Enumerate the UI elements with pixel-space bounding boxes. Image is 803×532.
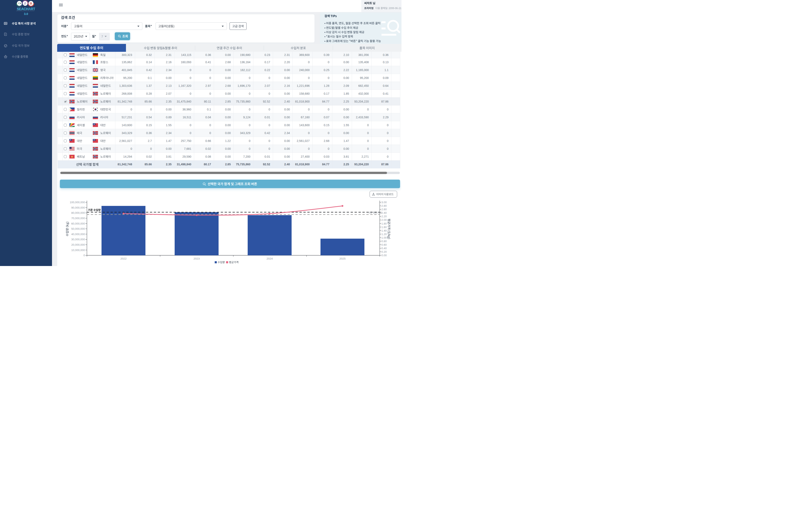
svg-text:2023: 2023 — [193, 257, 200, 260]
svg-text:40,000,000: 40,000,000 — [71, 233, 85, 236]
svg-text:0.00: 0.00 — [381, 254, 387, 257]
svg-text:0: 0 — [83, 254, 85, 257]
svg-text:0.40: 0.40 — [381, 247, 387, 250]
svg-text:0.80: 0.80 — [381, 240, 387, 243]
svg-text:2.20: 2.20 — [381, 215, 387, 218]
svg-text:70,000,000: 70,000,000 — [71, 217, 85, 220]
svg-text:80,000,000: 80,000,000 — [71, 211, 85, 214]
svg-text:1.60: 1.60 — [381, 226, 387, 229]
svg-text:2022: 2022 — [120, 257, 127, 260]
svg-text:10,000,000: 10,000,000 — [71, 249, 85, 252]
svg-text:2024: 2024 — [266, 257, 273, 260]
svg-text:3.00: 3.00 — [381, 201, 387, 204]
svg-text:30,000,000: 30,000,000 — [71, 238, 85, 241]
svg-text:1.80: 1.80 — [381, 222, 387, 225]
svg-text:0.60: 0.60 — [381, 243, 387, 246]
svg-text:2.00: 2.00 — [381, 218, 387, 222]
svg-text:1.20: 1.20 — [381, 233, 387, 236]
svg-text:1.40: 1.40 — [381, 229, 387, 232]
svg-text:1.00: 1.00 — [381, 236, 387, 239]
svg-text:20,000,000: 20,000,000 — [71, 243, 85, 246]
svg-text:2025: 2025 — [339, 257, 346, 260]
svg-text:60,000,000: 60,000,000 — [71, 222, 85, 225]
svg-text:90,000,000: 90,000,000 — [71, 206, 85, 209]
svg-text:0.20: 0.20 — [381, 250, 387, 253]
svg-text:2.80: 2.80 — [381, 204, 387, 207]
svg-text:2.60: 2.60 — [381, 208, 387, 211]
svg-text:2.40: 2.40 — [381, 211, 387, 214]
svg-text:100,000,000: 100,000,000 — [70, 201, 85, 204]
svg-text:50,000,000: 50,000,000 — [71, 227, 85, 230]
